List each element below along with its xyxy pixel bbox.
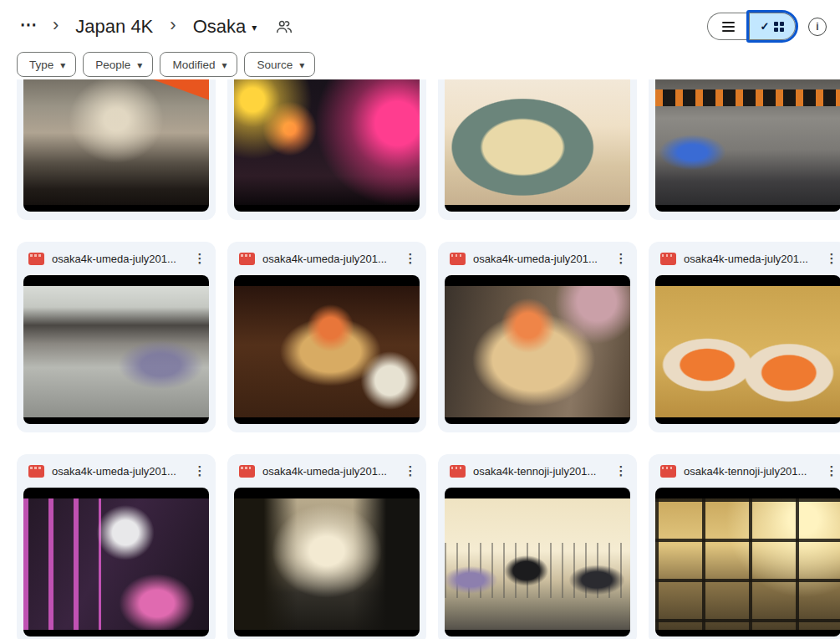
file-grid-viewport: ⋮ ⋮ ⋮ ⋮: [0, 79, 840, 639]
video-thumbnail: [655, 488, 840, 636]
video-file-icon: [28, 253, 44, 265]
video-thumbnail: [445, 79, 630, 212]
chevron-down-icon: ▾: [221, 58, 227, 71]
file-name: osaka4k-tennoji-july201...: [684, 465, 815, 478]
video-thumbnail: [445, 488, 630, 636]
video-thumbnail: [445, 275, 630, 424]
grid-view-icon: [774, 22, 784, 32]
file-name: osaka4k-umeda-july201...: [262, 465, 394, 478]
breadcrumb-folder-osaka[interactable]: Osaka ▾: [188, 14, 262, 39]
top-right-controls: ✓ i: [707, 13, 827, 40]
chevron-down-icon: ▾: [252, 19, 257, 33]
layout-toggle: ✓: [707, 13, 796, 40]
video-file-icon: [239, 465, 255, 478]
breadcrumb-folder-japan-4k[interactable]: Japan 4K: [70, 14, 158, 39]
file-name: osaka4k-umeda-july201...: [52, 253, 183, 265]
current-folder-label: Osaka: [193, 16, 247, 38]
file-card[interactable]: ⋮: [649, 79, 840, 220]
file-card[interactable]: osaka4k-umeda-july201... ⋮: [17, 242, 216, 432]
more-options-icon[interactable]: ⋮: [191, 251, 209, 266]
file-name: osaka4k-tennoji-july201...: [473, 465, 604, 478]
file-card[interactable]: osaka4k-umeda-july201... ⋮: [227, 242, 426, 432]
file-card[interactable]: ⋮: [227, 79, 426, 220]
file-card[interactable]: osaka4k-umeda-july201... ⋮: [649, 242, 840, 432]
video-file-icon: [660, 465, 676, 478]
video-file-icon: [450, 253, 466, 265]
breadcrumb-more-icon[interactable]: ⋯: [17, 16, 41, 38]
chip-label: Modified: [172, 59, 215, 71]
file-card[interactable]: ⋮: [17, 79, 216, 220]
file-name: osaka4k-umeda-july201...: [262, 253, 394, 265]
chip-label: People: [95, 59, 130, 71]
file-name: osaka4k-umeda-july201...: [52, 465, 183, 478]
filter-chip-source[interactable]: Source ▾: [244, 52, 315, 77]
file-name: osaka4k-umeda-july201...: [684, 253, 815, 265]
file-grid: ⋮ ⋮ ⋮ ⋮: [0, 79, 840, 639]
chevron-down-icon: ▾: [137, 58, 142, 71]
video-thumbnail: [23, 79, 209, 212]
chip-label: Source: [257, 59, 293, 71]
info-icon: i: [816, 21, 818, 33]
more-options-icon[interactable]: ⋮: [401, 463, 420, 478]
more-options-icon[interactable]: ⋮: [822, 463, 840, 478]
video-file-icon: [660, 253, 676, 265]
file-card[interactable]: osaka4k-umeda-july201... ⋮: [17, 454, 216, 639]
file-card[interactable]: osaka4k-umeda-july201... ⋮: [438, 242, 637, 432]
people-icon: [275, 18, 293, 36]
grid-view-button-selected[interactable]: ✓: [749, 13, 796, 40]
file-name: osaka4k-umeda-july201...: [473, 253, 604, 265]
video-file-icon: [450, 465, 466, 478]
list-view-icon: [722, 22, 735, 32]
file-card[interactable]: ⋮: [438, 79, 637, 220]
filter-chip-modified[interactable]: Modified ▾: [160, 52, 237, 77]
video-thumbnail: [23, 275, 209, 424]
check-icon: ✓: [761, 20, 770, 33]
video-thumbnail: [23, 488, 209, 636]
more-options-icon[interactable]: ⋮: [822, 251, 840, 266]
chevron-down-icon: ▾: [299, 58, 304, 71]
video-thumbnail: [234, 79, 420, 212]
chevron-right-icon: ›: [49, 17, 62, 36]
video-thumbnail: [655, 79, 840, 212]
file-card[interactable]: osaka4k-tennoji-july201... ⋮: [438, 454, 637, 639]
top-bar: ⋯ › Japan 4K › Osaka ▾ ✓ i: [0, 0, 840, 52]
more-options-icon[interactable]: ⋮: [612, 251, 630, 266]
chevron-down-icon: ▾: [60, 58, 65, 71]
video-thumbnail: [234, 275, 420, 424]
video-file-icon: [28, 465, 44, 478]
list-view-button[interactable]: [707, 13, 749, 40]
filter-chip-type[interactable]: Type ▾: [17, 52, 76, 77]
filter-chip-row: Type ▾ People ▾ Modified ▾ Source ▾: [0, 52, 840, 77]
filter-chip-people[interactable]: People ▾: [83, 52, 153, 77]
chevron-right-icon: ›: [166, 17, 179, 36]
video-file-icon: [239, 253, 255, 265]
shared-folder-button[interactable]: [275, 18, 293, 36]
info-button[interactable]: i: [808, 18, 827, 36]
video-thumbnail: [655, 275, 840, 424]
more-options-icon[interactable]: ⋮: [401, 251, 420, 266]
file-card[interactable]: osaka4k-tennoji-july201... ⋮: [649, 454, 840, 639]
more-options-icon[interactable]: ⋮: [191, 463, 209, 478]
chip-label: Type: [29, 59, 53, 71]
file-card[interactable]: osaka4k-umeda-july201... ⋮: [227, 454, 426, 639]
breadcrumb: ⋯ › Japan 4K › Osaka ▾: [17, 14, 293, 39]
video-thumbnail: [234, 488, 420, 636]
more-options-icon[interactable]: ⋮: [612, 463, 630, 478]
